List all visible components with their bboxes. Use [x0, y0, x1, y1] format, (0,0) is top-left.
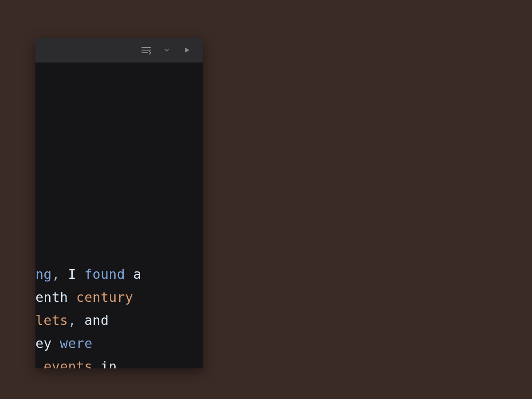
code-line: ey were — [35, 332, 203, 355]
editor-window: ng, I found aenth centurylets, andey wer… — [35, 38, 203, 368]
code-token: lets — [35, 313, 68, 328]
code-token: a — [125, 266, 141, 282]
code-token: century — [76, 289, 133, 305]
chevron-down-icon[interactable] — [160, 44, 173, 56]
code-line: lets, and — [35, 309, 203, 332]
code-token: events — [43, 359, 92, 368]
svg-marker-3 — [185, 48, 189, 53]
code-token — [35, 359, 43, 368]
code-token: in — [93, 359, 117, 368]
code-token: I — [60, 266, 84, 282]
word-wrap-icon[interactable] — [140, 44, 153, 56]
code-token: were — [60, 336, 92, 351]
code-token: and — [76, 313, 109, 328]
code-line: ng, I found a — [35, 263, 203, 286]
code-token: found — [84, 266, 125, 282]
code-line: enth century — [35, 286, 203, 309]
editor-toolbar — [35, 38, 203, 63]
code-token: ng — [35, 266, 52, 282]
play-icon[interactable] — [181, 44, 193, 56]
code-editor-content[interactable]: ng, I found aenth centurylets, andey wer… — [35, 263, 203, 368]
code-line: events in — [35, 355, 203, 368]
code-token: , — [68, 313, 76, 328]
code-token: enth — [35, 289, 76, 305]
code-token: ey — [35, 336, 60, 351]
code-token: , — [52, 266, 60, 282]
